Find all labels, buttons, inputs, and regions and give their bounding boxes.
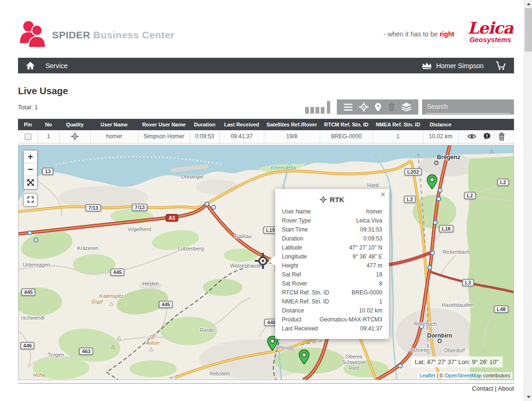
popup-field: Duration0:09:53 [282, 234, 382, 243]
arrow-down-icon [527, 396, 531, 398]
map-label: Kaienspitz [99, 293, 124, 299]
popup-field-label: Rover Type [282, 216, 311, 225]
contact-link[interactable]: Contact [472, 385, 493, 392]
scroll-down-button[interactable] [524, 393, 532, 401]
column-header[interactable]: Quality [59, 119, 90, 130]
scrollbar[interactable] [524, 0, 532, 401]
live-usage-map[interactable]: BregenzDreiangelRheindeltaHardVogelherdG… [18, 145, 514, 380]
fullscreen-button[interactable] [24, 176, 37, 189]
column-header[interactable]: Last Received [219, 119, 264, 130]
message-alert-icon[interactable] [483, 133, 491, 140]
rover-user-name-cell: Simpson Homer [138, 130, 190, 143]
popup-field-label: Distance [282, 306, 304, 315]
home-icon[interactable] [26, 62, 35, 70]
footer-separator: | [493, 385, 498, 392]
actions-cell [458, 130, 514, 143]
road-badge: L3 [404, 196, 416, 203]
junction-dot [438, 188, 442, 193]
popup-field-value: 9° 36' 48" E [352, 252, 382, 261]
arrow-up-icon [527, 3, 531, 5]
map-label: Rheindelta [271, 165, 296, 170]
leaflet-link[interactable]: Leaflet [420, 373, 435, 378]
column-header[interactable]: Satellites Ref./Rover [264, 119, 320, 130]
nav-item-service[interactable]: Service [45, 62, 68, 70]
column-header[interactable]: Duration [190, 119, 219, 130]
column-header[interactable]: No [38, 119, 59, 130]
column-header[interactable]: Pin [18, 119, 38, 130]
page-title: Live Usage [18, 86, 514, 96]
leica-logo-text: Leica [467, 20, 514, 36]
map-label: Hard [367, 182, 379, 188]
popup-field: ProductGeomatics-MAX-RTCM3 [282, 315, 382, 324]
live-usage-table: PinNoQualityUser NameRover User NameDura… [18, 119, 514, 143]
popup-field-value: 0:09:53 [363, 234, 382, 243]
map-overlay: BregenzDreiangelRheindeltaHardVogelherdG… [18, 145, 514, 380]
column-header[interactable]: NMEA Ref. Stn. ID [373, 119, 423, 130]
menu-icon[interactable] [344, 104, 352, 111]
map-label: Hohe [33, 372, 45, 378]
scrollbar-thumb[interactable] [525, 8, 532, 52]
map-label: St.Anton [146, 334, 160, 346]
map-label: Vogelherd [127, 226, 151, 232]
scroll-up-button[interactable] [524, 0, 532, 8]
eye-icon[interactable] [468, 134, 476, 139]
trash-icon[interactable] [388, 103, 395, 111]
zoom-out-button[interactable]: − [24, 163, 37, 176]
about-link[interactable]: About [498, 385, 514, 392]
table-header-row: PinNoQualityUser NameRover User NameDura… [18, 119, 514, 130]
user-name-cell: homer [90, 130, 138, 143]
delete-icon[interactable] [498, 133, 505, 141]
map-label: Dreiangel [181, 174, 203, 179]
pin-checkbox[interactable] [25, 134, 31, 140]
tagline-prefix: - when it has to be [384, 30, 440, 38]
peak-icon: △ [117, 334, 121, 340]
map-label: Lutzenberg [178, 246, 204, 251]
station-marker-icon[interactable] [427, 174, 438, 191]
road-badge: L48 [494, 305, 509, 313]
osm-link[interactable]: OpenStreetMap [445, 373, 482, 378]
popup-field-value: 09:31:53 [360, 225, 382, 234]
column-header[interactable]: RTCM Ref. Stn. ID [320, 119, 373, 130]
road-badge: 445 [159, 301, 173, 308]
target-icon[interactable] [359, 102, 369, 112]
map-label: Kräzeren [77, 245, 99, 251]
popup-close-button[interactable]: × [381, 191, 385, 198]
user-menu[interactable]: Homer Simpson [436, 62, 484, 70]
attribution-suffix: contributors [481, 373, 510, 378]
search-input[interactable] [426, 100, 510, 114]
column-header[interactable]: Distance [423, 119, 458, 130]
column-header[interactable]: Rover User Name [138, 119, 190, 130]
road-badge: 463 [79, 348, 93, 355]
popup-field-value: Leica Viva [356, 216, 382, 225]
tagline: - when it has to be right [384, 30, 454, 38]
total-count: Total: 1 [18, 104, 38, 111]
station-marker-icon[interactable] [299, 349, 310, 366]
popup-field-value: BREG-0000 [352, 288, 382, 297]
junction-dot [398, 364, 403, 368]
popup-field-label: Longitude [282, 252, 307, 261]
popup-field-value: 19 [376, 270, 382, 279]
map-label: Oberdorf [444, 348, 464, 353]
page-footer: Contact | About [18, 383, 514, 392]
town-dot [438, 339, 442, 343]
road-badge: L3 [462, 279, 474, 286]
map-label: Dornbirn [427, 333, 452, 339]
rtcm-cell: BREG-0000 [320, 130, 373, 143]
column-header[interactable] [458, 119, 514, 130]
toolbar-right [304, 99, 514, 115]
layers-icon[interactable] [402, 103, 411, 111]
column-header[interactable]: User Name [90, 119, 138, 130]
map-attribution: Leaflet | © OpenStreetMap contributors [417, 372, 513, 379]
pin-icon[interactable] [375, 103, 381, 112]
satellites-cell: 19/8 [264, 130, 320, 143]
box-zoom-button[interactable] [23, 193, 37, 206]
cart-icon[interactable] [495, 61, 506, 70]
pin-cell [18, 130, 38, 143]
peak-icon: △ [109, 300, 113, 306]
zoom-in-button[interactable]: + [24, 151, 37, 163]
popup-field: NMEA Ref. Stn. ID1 [282, 297, 382, 306]
road-badge: L202 [404, 168, 422, 176]
table-row[interactable]: 1 homer Simpson Homer 0:09:53 09:41:37 1… [18, 130, 514, 143]
popup-field-value: 1 [379, 297, 382, 306]
map-label: Haselstauden [442, 302, 473, 308]
